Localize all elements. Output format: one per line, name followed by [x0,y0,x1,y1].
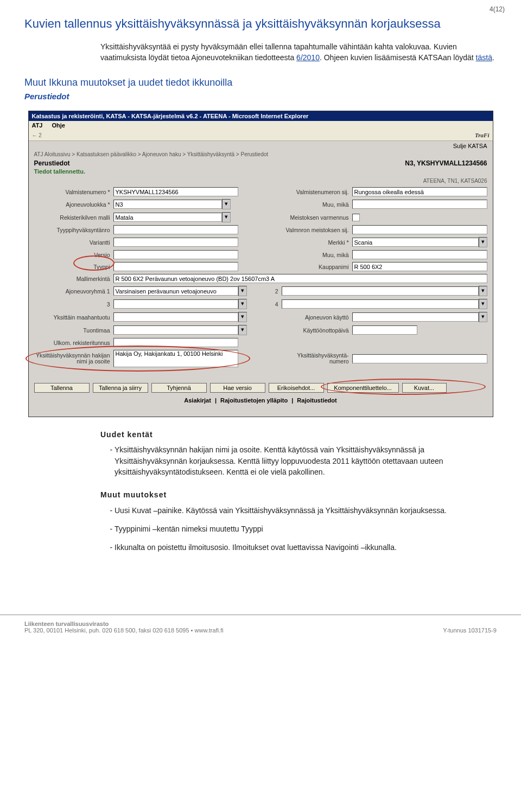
breadcrumb: ATJ Aloitussivu > Katsastuksen päävalikk… [29,149,493,157]
lbl-ajoneuvoluokka: Ajoneuvoluokka * [34,201,113,208]
checkbox-meistos[interactable] [352,214,360,221]
link-asiakirjat[interactable]: Asiakirjat [184,397,211,404]
screenshot-window: Katsastus ja rekisteröinti, KATSA - KATS… [28,111,493,417]
input-mallimerkinta[interactable]: R 500 6X2 Perävaunun vetoajoneuvo (BD) 2… [113,274,487,283]
lbl-kayttopvm: Käyttöönottopäivä [262,327,352,334]
footer-org: Liikenteen turvallisuusvirasto [24,621,224,627]
get-version-button[interactable]: Hae versio [210,383,265,393]
toolbar: ← 2 TraFi [29,130,493,141]
select-ajoneuvoryhma1[interactable]: Varsinaisen perävaunun vetoajoneuvo [113,286,238,296]
intro-paragraph: Yksittäishyväksyntää ei pysty hyväksymää… [100,41,497,63]
input-tyyppinro[interactable] [113,225,238,234]
lbl-merkki: Merkki * [262,239,352,246]
nav-arrows[interactable]: ← 2 [32,132,42,138]
form-title: Perustiedot [34,159,70,167]
meta-info: ATEENA, TN1, KATSA026 [29,178,493,185]
select-ajokaytto[interactable] [352,312,479,322]
page-number: 4(12) [490,5,505,13]
bullet-hakija-field: Yksittäishyväksynnän hakijan nimi ja oso… [115,444,497,477]
dropdown-icon[interactable]: ▾ [238,299,247,309]
save-button[interactable]: Tallenna [34,383,90,393]
vehicle-id: N3, YKSHYVMALL1234566 [405,159,487,167]
select-merkki[interactable]: Scania [352,238,479,247]
lbl-tyyppinro: Tyyppihyväksyntänro [34,227,113,233]
close-katsa-button[interactable]: Sulje KATSA [453,143,487,149]
input-valmsij[interactable]: Rungossa oikealla edessä [352,187,487,196]
dropdown-icon[interactable]: ▾ [238,325,247,335]
input-variantti[interactable] [113,238,238,247]
lbl-nr4: 4 [262,301,282,308]
menu-ohje[interactable]: Ohje [52,122,65,129]
saved-status: Tiedot tallennettu. [29,168,493,178]
input-versio[interactable] [113,250,238,259]
select-ajoneuvoryhma3[interactable] [113,299,238,309]
images-button[interactable]: Kuvat... [402,383,447,393]
dropdown-icon[interactable]: ▾ [479,237,487,247]
select-ajoneuvoryhma2[interactable] [282,286,479,296]
footer-ytunnus: Y-tunnus 1031715-9 [443,627,497,634]
lbl-ajokaytto: Ajoneuvon käyttö [262,314,352,321]
heading-muut-muutokset: Muut muutokset [100,489,497,500]
select-ajoneuvoryhma4[interactable] [282,299,479,309]
button-row: Tallenna Tallenna ja siirry Tyhjennä Hae… [29,375,493,396]
lbl-rekisterikilpi: Rekisterikilven malli [34,214,113,221]
lbl-muumika2: Muu, mikä [262,252,352,258]
component-list-button[interactable]: Komponenttiluettelo... [327,383,399,393]
dropdown-icon[interactable]: ▾ [479,312,487,322]
clear-button[interactable]: Tyhjennä [151,383,207,393]
save-and-go-button[interactable]: Tallenna ja siirry [93,383,148,393]
input-valmistenumero[interactable]: YKSHYVMALL1234566 [113,187,238,196]
link-tasta[interactable]: tästä [476,53,492,62]
bullet-tyyppinimi: Tyyppinimi –kentän nimeksi muutettu Tyyp… [115,523,497,534]
input-muumika2[interactable] [352,250,487,259]
textarea-hakija[interactable]: Hakija Oy, Hakijankatu 1, 00100 Helsinki [113,350,238,367]
heading-3: Perustiedot [24,92,497,101]
menu-bar: ATJ Ohje [29,121,493,130]
dropdown-icon[interactable]: ▾ [238,286,247,296]
lbl-versio: Versio [34,252,113,258]
dropdown-icon[interactable]: ▾ [238,312,247,322]
input-yhnro[interactable] [352,354,487,363]
intro-text-2: . Ohjeen kuvien lisäämisestä KATSAan löy… [320,53,476,62]
select-ajoneuvoluokka[interactable]: N3 [113,200,222,209]
lbl-hakija: Yksittäishyväksynnän hakijan nimi ja oso… [34,353,113,365]
input-muumika[interactable] [352,200,487,209]
window-titlebar: Katsastus ja rekisteröinti, KATSA - KATS… [29,111,493,121]
lbl-valmistenumero: Valmistenumero * [34,189,113,195]
lbl-mallimerkinta: Mallimerkintä [34,276,113,282]
menu-atj[interactable]: ATJ [32,122,43,129]
lbl-valmsij: Valmistenumeron sij. [262,189,352,195]
select-rekisterikilpi[interactable]: Matala [113,213,222,222]
heading-uudet-kentat: Uudet kentät [100,429,497,440]
link-rajyllapito[interactable]: Rajoitustietojen ylläpito [220,397,288,404]
dropdown-icon[interactable]: ▾ [479,286,487,296]
link-rajtiedot[interactable]: Rajoitustiedot [297,397,336,404]
lbl-ulkom: Ulkom. rekisteritunnus [34,340,113,346]
intro-text-3: . [492,53,494,62]
link-6-2010[interactable]: 6/2010 [296,53,320,62]
lbl-nr2: 2 [262,288,282,295]
input-valmnron[interactable] [352,225,487,234]
lbl-meistos: Meistoksen varmennus [262,214,352,221]
lbl-yksmaahantuotu: Yksittäin maahantuotu [34,314,113,321]
input-kauppanimi[interactable]: R 500 6X2 [352,262,487,271]
special-conditions-button[interactable]: Erikoisehdot... [269,383,324,393]
lbl-muumika: Muu, mikä [262,201,352,208]
trafi-logo: TraFi [475,132,490,138]
input-tyyppi[interactable] [113,262,238,271]
bullet-kuvat-button: Uusi Kuvat –painike. Käytössä vain Yksit… [115,505,497,516]
select-tuontimaa[interactable] [113,325,238,335]
lbl-variantti: Variantti [34,239,113,246]
lbl-kauppanimi: Kauppanimi [262,264,352,270]
input-kayttopvm[interactable] [352,325,417,335]
select-yksmaahantuotu[interactable] [113,312,238,322]
dropdown-icon[interactable]: ▾ [479,299,487,309]
lbl-yhnro: Yksittäishyväksyntä- numero [262,353,352,365]
dropdown-icon[interactable]: ▾ [222,212,231,222]
lbl-tyyppi: Tyyppi [34,264,113,270]
form-area: Valmistenumero * YKSHYVMALL1234566 Valmi… [29,185,493,375]
bullet-ilmoitusosio: Ikkunalta on poistettu ilmoitusosio. Ilm… [115,542,497,553]
dropdown-icon[interactable]: ▾ [222,199,231,209]
input-ulkom[interactable] [113,338,238,347]
link-row: Asiakirjat | Rajoitustietojen ylläpito |… [29,396,493,409]
